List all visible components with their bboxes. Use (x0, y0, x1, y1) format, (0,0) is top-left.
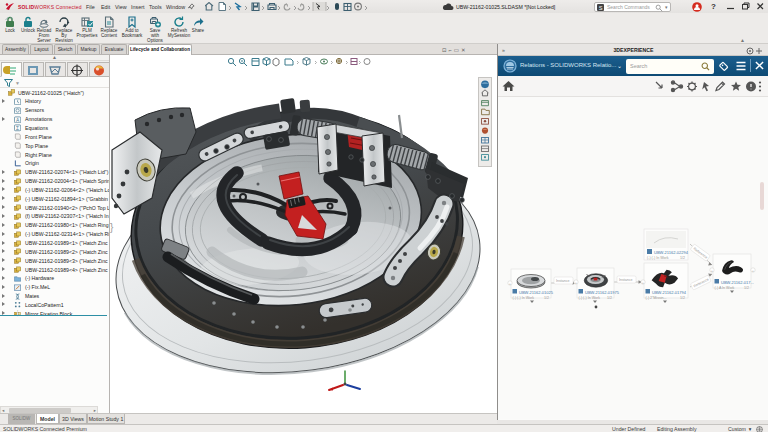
svg-text:Σ: Σ (16, 126, 19, 131)
svg-text:1/2: 1/2 (744, 286, 749, 290)
svg-text:UBW-21162-01794: UBW-21162-01794 (652, 290, 687, 295)
svg-text:1/2: 1/2 (680, 296, 685, 300)
svg-text:UBW-21162-017...: UBW-21162-017... (721, 280, 754, 285)
svg-text:UBW-21162-02294: UBW-21162-02294 (654, 250, 689, 255)
svg-text:1/2: 1/2 (607, 296, 612, 300)
svg-text:(-) (-) In Work: (-) (-) In Work (513, 296, 535, 300)
svg-text:Instance: Instance (619, 278, 633, 282)
svg-text:(-) 2"Missin...: (-) 2"Missin... (646, 296, 667, 300)
svg-text:1/2: 1/2 (544, 296, 549, 300)
svg-text:Instance: Instance (556, 279, 570, 283)
svg-text:UBW-21162-01975: UBW-21162-01975 (585, 290, 620, 295)
svg-text:(-) (-) In Work: (-) (-) In Work (579, 296, 601, 300)
svg-text:S: S (599, 5, 603, 11)
svg-text:A: A (16, 117, 20, 122)
svg-text:UBW-21162-01025: UBW-21162-01025 (519, 290, 554, 295)
svg-text:1/2: 1/2 (680, 256, 685, 260)
svg-text:(-) A In Work: (-) A In Work (715, 286, 735, 290)
svg-text:(-) (-) In Work: (-) (-) In Work (647, 256, 669, 260)
